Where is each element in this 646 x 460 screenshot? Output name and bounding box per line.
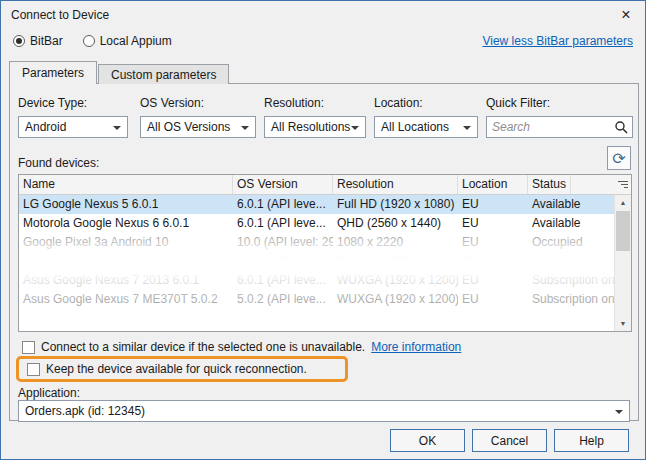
application-dropdown[interactable]: Orders.apk (id: 12345) xyxy=(18,400,630,422)
cell-status: Subscription only xyxy=(528,271,614,290)
cell-location: EU xyxy=(458,233,528,252)
dialog-title: Connect to Device xyxy=(11,8,109,22)
similar-device-option: Connect to a similar device if the selec… xyxy=(22,339,461,355)
device-type-dropdown[interactable]: Android xyxy=(18,116,128,138)
column-header-resolution[interactable]: Resolution xyxy=(333,175,458,194)
radio-circle-icon xyxy=(83,35,95,47)
device-table: Name OS Version Resolution Location Stat… xyxy=(18,174,632,332)
filter-os-version: OS Version: All OS Versions xyxy=(140,96,256,138)
keep-device-checkbox[interactable] xyxy=(27,363,40,376)
scrollbar-thumb[interactable] xyxy=(616,211,630,251)
table-row[interactable]: LG Google Nexus 5 6.0.16.0.1 (API leve..… xyxy=(19,195,631,214)
cell-status: Subscription only xyxy=(528,290,614,309)
table-row[interactable]: 6.0.1 (API leve...WUXGA (1920 x...EU xyxy=(19,252,631,271)
column-header-name[interactable]: Name xyxy=(19,175,233,194)
more-information-link[interactable]: More information xyxy=(371,340,461,354)
keep-device-label: Keep the device available for quick reco… xyxy=(46,362,307,376)
sort-filter-icon[interactable] xyxy=(618,181,628,188)
cell-location: EU xyxy=(458,271,528,290)
quick-filter-label: Quick Filter: xyxy=(486,96,633,110)
similar-device-checkbox[interactable] xyxy=(22,341,35,354)
filter-device-type: Device Type: Android xyxy=(18,96,128,138)
found-devices-label: Found devices: xyxy=(18,156,99,170)
tab-custom-parameters[interactable]: Custom parameters xyxy=(98,64,229,84)
table-row[interactable]: Asus Google Nexus 7 ME370T 5.0.25.0.2 (A… xyxy=(19,290,631,309)
cell-status xyxy=(528,252,614,271)
os-version-value: All OS Versions xyxy=(147,120,230,134)
keep-device-option-highlighted: Keep the device available for quick reco… xyxy=(16,356,348,382)
quick-filter-box xyxy=(486,116,633,138)
table-scrollbar[interactable]: ▲ ▼ xyxy=(614,195,631,331)
filter-quick: Quick Filter: xyxy=(486,96,633,138)
dialog-buttons: OK Cancel Help xyxy=(390,429,629,452)
radio-local-appium-label: Local Appium xyxy=(100,34,172,48)
cell-status: Available xyxy=(528,195,614,214)
location-label: Location: xyxy=(374,96,478,110)
device-type-label: Device Type: xyxy=(18,96,128,110)
table-row[interactable]: Asus Google Nexus 7 2013 6.0.16.0.1 (API… xyxy=(19,271,631,290)
cell-status: Occupied xyxy=(528,233,614,252)
application-label: Application: xyxy=(18,386,80,400)
cell-os: 6.0.1 (API leve... xyxy=(233,252,333,271)
cell-name: Asus Google Nexus 7 2013 6.0.1 xyxy=(19,271,233,290)
device-table-header: Name OS Version Resolution Location Stat… xyxy=(19,175,631,195)
cell-name: Google Pixel 3a Android 10 xyxy=(19,233,233,252)
column-header-location[interactable]: Location xyxy=(458,175,528,194)
column-header-status[interactable]: Status xyxy=(528,175,571,194)
quick-filter-input[interactable] xyxy=(487,120,614,134)
os-version-dropdown[interactable]: All OS Versions xyxy=(140,116,256,138)
filter-location: Location: All Locations xyxy=(374,96,478,138)
close-icon[interactable]: × xyxy=(615,4,637,26)
cell-status: Available xyxy=(528,214,614,233)
cell-resolution: WUXGA (1920 x 1200) xyxy=(333,271,458,290)
cell-name: Asus Google Nexus 7 ME370T 5.0.2 xyxy=(19,290,233,309)
cell-location: EU xyxy=(458,214,528,233)
ok-button[interactable]: OK xyxy=(390,429,465,452)
table-row[interactable]: Motorola Google Nexus 6 6.0.16.0.1 (API … xyxy=(19,214,631,233)
cell-resolution: WUXGA (1920 x... xyxy=(333,252,458,271)
cell-location: EU xyxy=(458,195,528,214)
cell-resolution: Full HD (1920 x 1080) xyxy=(333,195,458,214)
resolution-value: All Resolutions xyxy=(271,120,350,134)
location-dropdown[interactable]: All Locations xyxy=(374,116,478,138)
column-header-os-version[interactable]: OS Version xyxy=(233,175,333,194)
parameters-panel: Device Type: Android OS Version: All OS … xyxy=(9,83,639,421)
connection-mode-row: BitBar Local Appium View less BitBar par… xyxy=(13,30,633,52)
scroll-down-icon[interactable]: ▼ xyxy=(615,316,631,331)
refresh-icon: ⟳ xyxy=(612,149,625,168)
title-bar: Connect to Device × xyxy=(1,1,645,29)
location-value: All Locations xyxy=(381,120,449,134)
refresh-devices-button[interactable]: ⟳ xyxy=(607,146,631,170)
cell-name: Motorola Google Nexus 6 6.0.1 xyxy=(19,214,233,233)
cell-os: 5.0.2 (API leve... xyxy=(233,290,333,309)
cell-resolution: QHD (2560 x 1440) xyxy=(333,214,458,233)
similar-device-label: Connect to a similar device if the selec… xyxy=(41,340,365,354)
cell-resolution: WUXGA (1920 x 1200) xyxy=(333,290,458,309)
radio-local-appium[interactable]: Local Appium xyxy=(83,34,172,48)
cell-location: EU xyxy=(458,252,528,271)
connect-to-device-dialog: Connect to Device × BitBar Local Appium … xyxy=(0,0,646,460)
cell-resolution: 1080 x 2220 xyxy=(333,233,458,252)
radio-bitbar[interactable]: BitBar xyxy=(13,34,63,48)
view-less-bitbar-parameters-link[interactable]: View less BitBar parameters xyxy=(482,34,633,48)
cell-name xyxy=(19,252,233,271)
device-table-body: LG Google Nexus 5 6.0.16.0.1 (API leve..… xyxy=(19,195,631,309)
tab-parameters[interactable]: Parameters xyxy=(9,61,97,84)
cell-os: 10.0 (API level: 29) xyxy=(233,233,333,252)
cell-os: 6.0.1 (API leve... xyxy=(233,214,333,233)
tab-strip: Parameters Custom parameters xyxy=(9,61,230,84)
table-row[interactable]: Google Pixel 3a Android 1010.0 (API leve… xyxy=(19,233,631,252)
radio-bitbar-label: BitBar xyxy=(30,34,63,48)
device-type-value: Android xyxy=(25,120,66,134)
resolution-dropdown[interactable]: All Resolutions xyxy=(264,116,366,138)
cell-location: EU xyxy=(458,290,528,309)
help-button[interactable]: Help xyxy=(554,429,629,452)
cell-name: LG Google Nexus 5 6.0.1 xyxy=(19,195,233,214)
os-version-label: OS Version: xyxy=(140,96,256,110)
radio-circle-icon xyxy=(13,35,25,47)
search-icon[interactable] xyxy=(614,120,628,134)
scroll-up-icon[interactable]: ▲ xyxy=(615,195,631,210)
filter-resolution: Resolution: All Resolutions xyxy=(264,96,366,138)
resolution-label: Resolution: xyxy=(264,96,366,110)
cancel-button[interactable]: Cancel xyxy=(472,429,547,452)
